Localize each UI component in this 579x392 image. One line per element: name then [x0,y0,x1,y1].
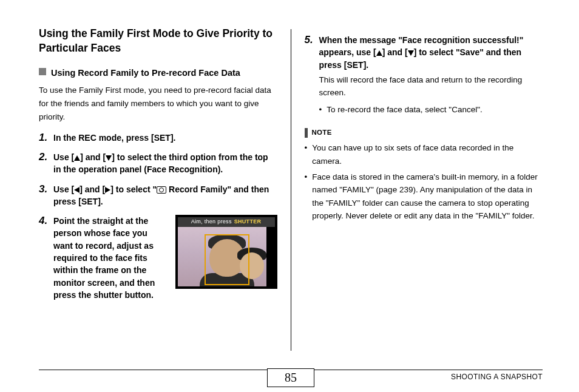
camera-icon [157,186,166,194]
bullet-item: To re-record the face data, select "Canc… [319,103,543,117]
section-title: Using the Family First Mode to Give Prio… [39,27,277,55]
note-item: Face data is stored in the camera's buil… [305,171,543,223]
step-text: Point the straight at the person whose f… [53,215,168,301]
step-5: 5. When the message "Face recognition su… [305,34,543,117]
up-arrow-icon [376,50,382,56]
step-bullets: To re-record the face data, select "Canc… [319,103,543,117]
page-footer: 85 SHOOTING A SNAPSHOT [39,370,543,381]
steps-list: 1. In the REC mode, press [SET]. 2. Use … [39,132,277,302]
subsection-heading: Using Record Family to Pre-record Face D… [39,66,277,79]
note-bar-icon [305,128,308,138]
step-text: Use [] and [] to select " Record Family"… [53,183,277,208]
footer-section-label: SHOOTING A SNAPSHOT [451,373,543,381]
up-arrow-icon [74,155,80,161]
step-number: 5. [305,34,316,117]
step-1: 1. In the REC mode, press [SET]. [39,132,277,144]
down-arrow-icon [106,155,112,161]
step-text: In the REC mode, press [SET]. [53,132,277,144]
step-subtext: This will record the face data and retur… [319,73,543,100]
step-3: 3. Use [] and [] to select " Record Fami… [39,183,277,208]
square-bullet-icon [39,68,46,75]
subsection-title: Using Record Family to Pre-record Face D… [51,66,240,79]
note-list: You can have up to six sets of face data… [305,141,543,223]
steps-list-continued: 5. When the message "Face recognition su… [305,34,543,117]
right-column: 5. When the message "Face recognition su… [291,27,543,340]
step-2: 2. Use [] and [] to select the third opt… [39,151,277,176]
step-number: 2. [39,151,50,176]
note-heading: NOTE [305,127,543,138]
step-text: Use [] and [] to select the third option… [53,151,277,176]
down-arrow-icon [408,50,414,56]
page-body: Using the Family First Mode to Give Prio… [0,0,579,340]
note-label: NOTE [312,127,332,138]
step-text: When the message "Face recognition succe… [319,34,543,71]
preview-sidebar [266,227,275,286]
right-arrow-icon [105,187,110,193]
camera-preview-image: Aim, then press SHUTTER [175,215,277,289]
step-number: 4. [39,215,50,301]
face-detect-frame-icon [205,234,249,285]
step-number: 3. [39,183,50,208]
intro-paragraph: To use the Family First mode, you need t… [39,84,277,124]
step-4: 4. Point the straight at the person whos… [39,215,277,301]
left-column: Using the Family First Mode to Give Prio… [39,27,291,340]
note-item: You can have up to six sets of face data… [305,141,543,167]
page-number: 85 [267,368,314,387]
shutter-highlight: SHUTTER [234,218,262,226]
left-arrow-icon [74,187,80,193]
step-number: 1. [39,132,50,144]
preview-instruction-bar: Aim, then press SHUTTER [178,217,275,227]
